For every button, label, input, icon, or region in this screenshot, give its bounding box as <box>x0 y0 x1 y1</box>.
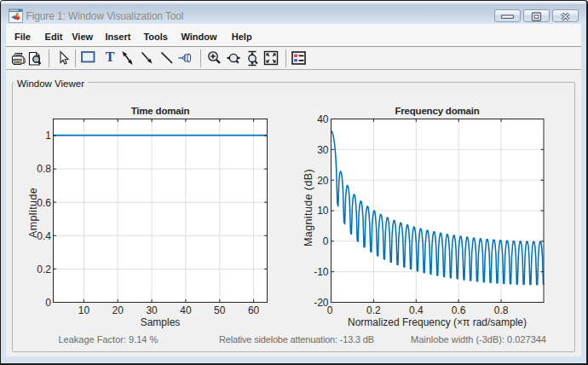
svg-text:Magnitude (dB): Magnitude (dB) <box>303 169 314 246</box>
svg-text:40: 40 <box>180 304 192 316</box>
svg-text:-20: -20 <box>314 297 329 309</box>
svg-text:Samples: Samples <box>141 316 181 328</box>
svg-text:1: 1 <box>45 130 51 142</box>
svg-text:40: 40 <box>317 113 329 125</box>
svg-text:60: 60 <box>248 304 260 316</box>
svg-text:0.2: 0.2 <box>37 264 51 275</box>
svg-text:20: 20 <box>317 175 329 187</box>
svg-text:Relative sidelobe attenuation:: Relative sidelobe attenuation: -13.3 dB <box>219 334 374 345</box>
svg-text:Mainlobe width (-3dB): 0.02734: Mainlobe width (-3dB): 0.027344 <box>411 334 546 345</box>
svg-text:30: 30 <box>146 304 158 316</box>
svg-text:50: 50 <box>214 304 226 316</box>
svg-text:Normalized Frequency (×π rad/: Normalized Frequency (×π rad/sample) <box>348 316 527 328</box>
svg-text:0.6: 0.6 <box>452 304 466 316</box>
svg-text:10: 10 <box>78 304 90 316</box>
svg-text:Frequency domain: Frequency domain <box>395 106 479 116</box>
svg-text:Amplitude: Amplitude <box>27 188 39 238</box>
svg-text:0.8: 0.8 <box>494 304 509 316</box>
svg-text:0.4: 0.4 <box>37 230 51 242</box>
svg-text:0.8: 0.8 <box>37 163 51 175</box>
svg-text:-10: -10 <box>314 266 329 278</box>
svg-text:30: 30 <box>317 144 329 156</box>
svg-text:0.2: 0.2 <box>366 304 381 316</box>
svg-text:0: 0 <box>323 235 329 247</box>
svg-text:0: 0 <box>45 297 51 309</box>
svg-text:20: 20 <box>112 304 124 316</box>
svg-text:0.4: 0.4 <box>409 304 424 316</box>
svg-text:10: 10 <box>317 205 329 217</box>
svg-text:0.6: 0.6 <box>37 197 51 209</box>
svg-text:Leakage Factor: 9.14 %: Leakage Factor: 9.14 % <box>59 334 159 345</box>
svg-text:Time domain: Time domain <box>131 106 190 116</box>
